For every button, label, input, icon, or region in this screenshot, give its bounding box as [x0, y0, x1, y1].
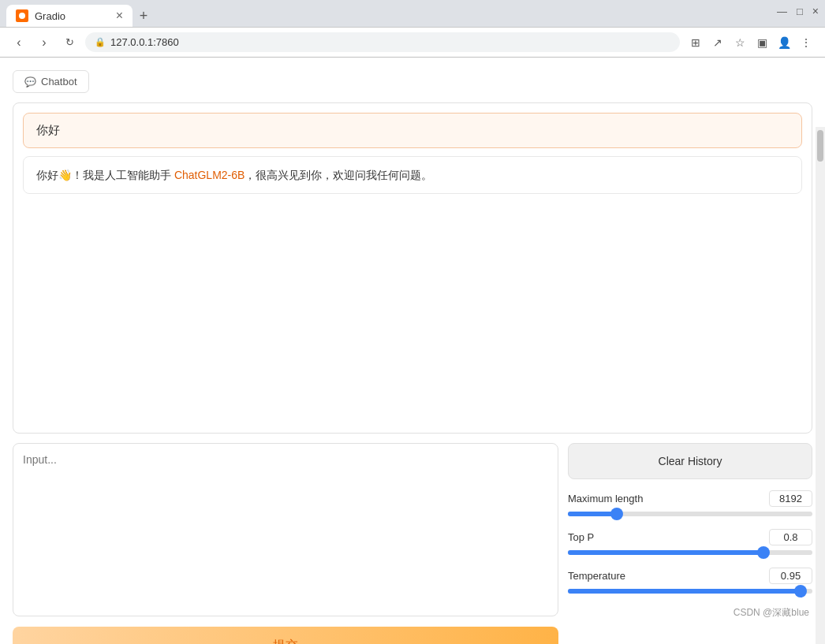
bot-message: 你好👋！我是人工智能助手 ChatGLM2-6B，很高兴见到你，欢迎问我任何问题…	[23, 156, 802, 194]
message-input[interactable]	[13, 443, 558, 616]
user-message-text: 你好	[36, 123, 60, 136]
clear-history-button[interactable]: Clear History	[568, 443, 812, 479]
chatbot-tab[interactable]: 💬 Chatbot	[13, 70, 89, 93]
secure-icon: 🔒	[95, 37, 106, 47]
watermark: CSDN @深藏blue	[568, 606, 812, 620]
max-length-section: Maximum length 8192	[568, 490, 812, 516]
chat-container: 你好 你好👋！我是人工智能助手 ChatGLM2-6B，很高兴见到你，欢迎问我任…	[13, 102, 812, 434]
scrollbar-thumb[interactable]	[817, 130, 823, 162]
right-panel: Clear History Maximum length 8192 To	[568, 443, 812, 620]
bot-message-prefix: 你好👋！我是人工智能助手	[36, 169, 174, 181]
input-area: 提交	[13, 443, 558, 644]
scrollbar-track[interactable]	[816, 127, 825, 644]
tab-favicon	[16, 9, 28, 22]
browser-tab[interactable]: Gradio ×	[6, 5, 133, 27]
tab-close-button[interactable]: ×	[116, 9, 123, 22]
chat-tab-icon: 💬	[24, 76, 36, 87]
bookmark-icon[interactable]: ☆	[730, 33, 749, 52]
max-length-fill	[568, 512, 617, 516]
forward-button[interactable]: ›	[35, 33, 54, 52]
share-icon[interactable]: ↗	[708, 33, 727, 52]
temperature-label: Temperature	[568, 570, 625, 582]
profile-icon[interactable]: 👤	[775, 33, 793, 52]
refresh-button[interactable]: ↻	[60, 33, 79, 52]
temperature-section: Temperature 0.95	[568, 568, 812, 594]
top-p-label: Top P	[568, 531, 594, 543]
submit-button[interactable]: 提交	[13, 627, 558, 644]
max-length-value[interactable]: 8192	[769, 490, 812, 507]
top-p-section: Top P 0.8	[568, 529, 812, 555]
top-p-thumb[interactable]	[757, 546, 770, 559]
address-text: 127.0.0.1:7860	[110, 36, 179, 48]
back-button[interactable]: ‹	[9, 33, 28, 52]
translate-icon[interactable]: ⊞	[686, 33, 705, 52]
bot-message-suffix: ，很高兴见到你，欢迎问我任何问题。	[245, 169, 432, 181]
address-bar[interactable]: 🔒 127.0.0.1:7860	[85, 32, 680, 52]
user-message: 你好	[23, 113, 802, 148]
restore-icon[interactable]: □	[797, 6, 803, 17]
top-p-fill	[568, 550, 763, 555]
close-icon[interactable]: ×	[812, 5, 819, 17]
split-view-icon[interactable]: ▣	[752, 33, 771, 52]
top-p-track[interactable]	[568, 550, 812, 555]
max-length-track[interactable]	[568, 512, 812, 516]
chatbot-tab-label: Chatbot	[41, 76, 77, 87]
temperature-fill	[568, 589, 801, 594]
bot-highlight-text: ChatGLM2-6B	[174, 169, 245, 181]
temperature-track[interactable]	[568, 589, 812, 594]
temperature-thumb[interactable]	[794, 585, 807, 597]
max-length-thumb[interactable]	[610, 508, 623, 520]
new-tab-button[interactable]: +	[133, 5, 155, 27]
temperature-value[interactable]: 0.95	[769, 568, 812, 584]
menu-icon[interactable]: ⋮	[797, 33, 816, 52]
max-length-label: Maximum length	[568, 493, 643, 504]
tab-title: Gradio	[35, 10, 65, 22]
top-p-value[interactable]: 0.8	[769, 529, 812, 545]
minimize-icon[interactable]: —	[777, 6, 787, 17]
